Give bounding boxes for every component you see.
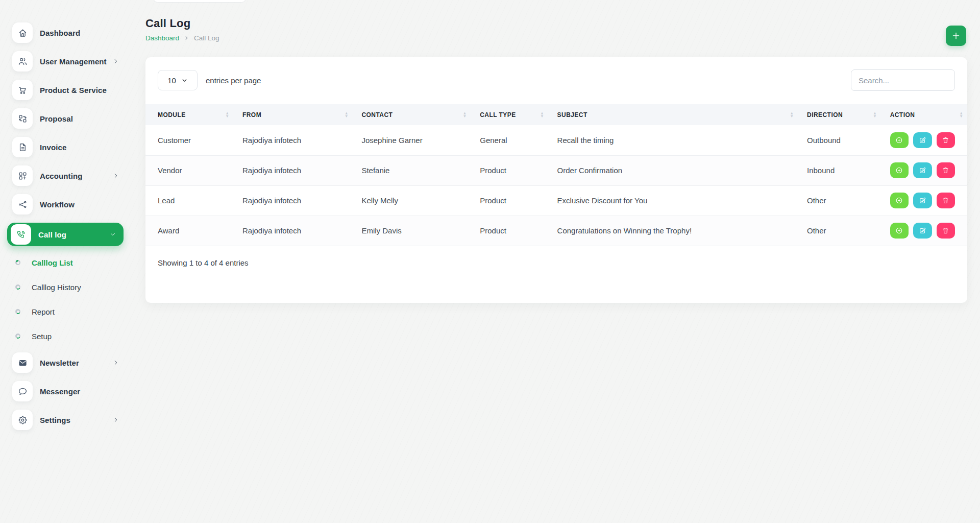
workflow-icon [12,194,33,215]
column-header-from[interactable]: FROM▲▼ [242,104,361,125]
cart-icon [12,80,33,100]
cell-module: Award [145,216,242,246]
add-call-log-button[interactable] [946,26,966,46]
table-row: LeadRajodiya infotechKelly MellyProductE… [145,185,967,216]
sort-icon: ▲▼ [873,112,876,118]
table-body: CustomerRajodiya infotechJosephine Garne… [145,125,967,246]
sidebar-item-workflow[interactable]: Workflow [7,194,127,215]
chevron-down-icon [109,223,116,246]
chevron-down-icon [181,77,188,84]
chevron-right-icon [184,35,189,41]
cell-direction: Other [807,216,890,246]
sidebar-subitem-calllog-history[interactable]: Calllog History [15,278,127,296]
breadcrumb-dashboard-link[interactable]: Dashboard [145,34,179,42]
sidebar-item-call-log[interactable]: Call log [7,223,124,246]
cell-direction: Other [807,185,890,216]
cell-call-type: Product [480,216,557,246]
row-actions [890,162,955,178]
column-header-module[interactable]: MODULE▲▼ [145,104,242,125]
cell-action [890,185,967,216]
phone-call-icon [11,224,31,245]
cell-module: Customer [145,125,242,155]
column-header-contact[interactable]: CONTACT▲▼ [361,104,480,125]
row-actions [890,132,955,148]
chat-bubble-icon [12,381,33,401]
sidebar-item-newsletter[interactable]: Newsletter [7,352,127,373]
sidebar-subitem-label: Report [32,307,55,316]
chevron-right-icon [112,51,119,72]
sidebar-submenu-call-log: Calllog ListCalllog HistoryReportSetup [0,253,134,345]
sidebar-subitem-calllog-list[interactable]: Calllog List [15,253,127,272]
cell-subject: Congratulations on Winning the Trophy! [557,216,807,246]
view-button[interactable] [890,193,909,208]
column-header-direction[interactable]: DIRECTION▲▼ [807,104,890,125]
sidebar-nav: DashboardUser ManagementProduct & Servic… [0,0,134,438]
users-icon [12,51,33,72]
plus-circle-icon [895,227,903,234]
view-button[interactable] [890,162,909,178]
delete-button[interactable] [937,132,955,148]
column-header-label: SUBJECT [557,111,587,118]
column-header-call-type[interactable]: CALL TYPE▲▼ [480,104,557,125]
sidebar-item-user-management[interactable]: User Management [7,51,127,72]
delete-button[interactable] [937,162,955,178]
sidebar-subitem-label: Calllog History [32,283,81,292]
sidebar-subitem-report[interactable]: Report [15,302,127,321]
sidebar-item-settings[interactable]: Settings [7,410,127,430]
sort-icon: ▲▼ [960,112,963,118]
edit-button[interactable] [913,223,932,239]
column-header-action[interactable]: ACTION▲▼ [890,104,967,125]
cell-contact: Stefanie [361,155,480,185]
delete-button[interactable] [937,223,955,239]
cell-from: Rajodiya infotech [242,155,361,185]
cell-action [890,216,967,246]
search-input[interactable] [851,69,955,91]
accounting-icon [12,165,33,186]
cell-call-type: General [480,125,557,155]
cell-direction: Inbound [807,155,890,185]
view-button[interactable] [890,132,909,148]
sidebar-item-invoice[interactable]: Invoice [7,137,127,157]
chevron-right-icon [112,165,119,186]
sort-icon: ▲▼ [345,112,348,118]
cell-subject: Recall the timing [557,125,807,155]
sidebar-item-accounting[interactable]: Accounting [7,165,127,186]
view-button[interactable] [890,223,909,239]
cell-contact: Josephine Garner [361,125,480,155]
sidebar-item-label: User Management [40,57,107,66]
sidebar-item-proposal[interactable]: Proposal [7,108,127,129]
cell-direction: Outbound [807,125,890,155]
edit-button[interactable] [913,162,932,178]
sidebar-item-label: Settings [40,416,70,424]
column-header-subject[interactable]: SUBJECT▲▼ [557,104,807,125]
sidebar-item-label: Product & Service [40,86,107,94]
plus-icon [951,31,961,40]
edit-icon [919,136,926,144]
bullet-icon [15,334,20,339]
sidebar-subitem-setup[interactable]: Setup [15,327,127,345]
main-content: Call Log Dashboard Call Log 10 entries p… [145,0,967,303]
edit-button[interactable] [913,193,932,208]
sidebar-item-label: Newsletter [40,359,79,367]
call-log-table: MODULE▲▼FROM▲▼CONTACT▲▼CALL TYPE▲▼SUBJEC… [145,104,967,246]
table-row: AwardRajodiya infotechEmily DavisProduct… [145,216,967,246]
bullet-icon [15,309,20,314]
column-header-label: DIRECTION [807,111,843,118]
sidebar-item-dashboard[interactable]: Dashboard [7,22,127,43]
proposal-icon [12,108,33,129]
entries-per-page-select[interactable]: 10 [158,70,198,90]
delete-button[interactable] [937,193,955,208]
plus-circle-icon [895,167,903,174]
sidebar-item-product-service[interactable]: Product & Service [7,80,127,100]
edit-button[interactable] [913,132,932,148]
column-header-label: FROM [242,111,261,118]
gear-icon [12,410,33,430]
table-footer-status: Showing 1 to 4 of 4 entries [145,258,967,267]
trash-icon [942,197,949,204]
sidebar-item-label: Dashboard [40,29,80,37]
sidebar-item-label: Invoice [40,143,66,152]
table-header-row: MODULE▲▼FROM▲▼CONTACT▲▼CALL TYPE▲▼SUBJEC… [145,104,967,125]
sidebar-item-messenger[interactable]: Messenger [7,381,127,401]
home-icon [12,22,33,43]
row-actions [890,193,955,208]
